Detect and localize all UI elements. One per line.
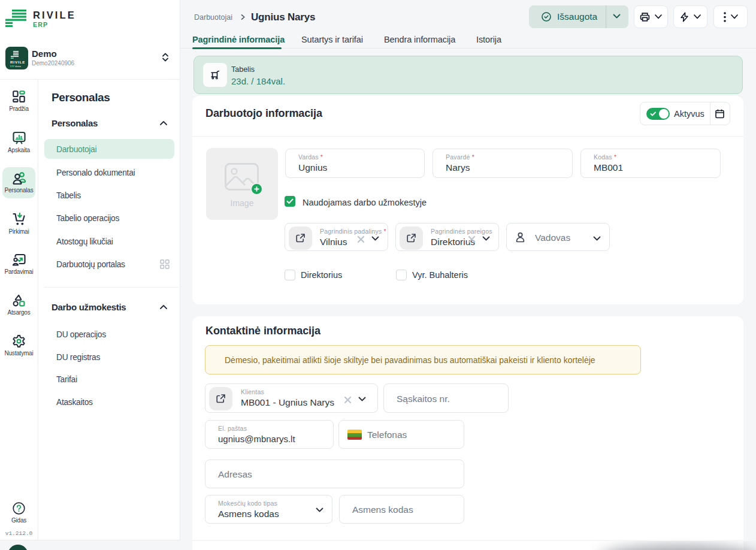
svg-text:RIVILE: RIVILE xyxy=(33,10,76,20)
svg-text:ERP demo: ERP demo xyxy=(10,65,22,68)
svg-text:RIVILE: RIVILE xyxy=(10,60,25,64)
svg-text:ERP: ERP xyxy=(33,21,48,28)
